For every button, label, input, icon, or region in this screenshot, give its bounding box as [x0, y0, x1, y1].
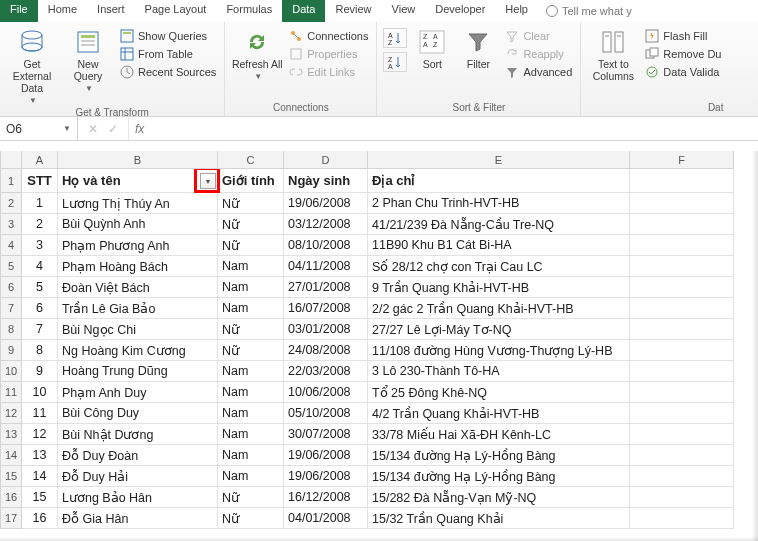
cell[interactable] [630, 319, 734, 340]
row-header[interactable]: 5 [0, 256, 22, 277]
cell-dia-chi[interactable]: Tổ 25 Đông Khê-NQ [368, 382, 630, 403]
cell-stt[interactable]: 9 [22, 361, 58, 382]
edit-links-button[interactable]: Edit Links [287, 64, 370, 80]
cell-ho-ten[interactable]: Bùi Nhật Dương [58, 424, 218, 445]
cell[interactable] [630, 235, 734, 256]
cell-ho-ten[interactable]: Đỗ Gia Hân [58, 508, 218, 529]
header-ngay-sinh[interactable]: Ngày sinh [284, 169, 368, 193]
cell-stt[interactable]: 3 [22, 235, 58, 256]
row-header[interactable]: 14 [0, 445, 22, 466]
tab-developer[interactable]: Developer [425, 0, 495, 22]
cell-dia-chi[interactable]: 41/21/239 Đà Nẵng-Cầu Tre-NQ [368, 214, 630, 235]
cell-dia-chi[interactable]: 2/2 gác 2 Trần Quang Khải-HVT-HB [368, 298, 630, 319]
cell-gioi-tinh[interactable]: Nam [218, 382, 284, 403]
header-dia-chi[interactable]: Địa chỉ [368, 169, 630, 193]
recent-sources-button[interactable]: Recent Sources [118, 64, 218, 80]
cell-gioi-tinh[interactable]: Nữ [218, 214, 284, 235]
cell-stt[interactable]: 7 [22, 319, 58, 340]
cell-ho-ten[interactable]: Bùi Quỳnh Anh [58, 214, 218, 235]
row-header[interactable]: 8 [0, 319, 22, 340]
tab-help[interactable]: Help [495, 0, 538, 22]
cell-gioi-tinh[interactable]: Nữ [218, 235, 284, 256]
cell-ho-ten[interactable]: Lương Thị Thúy An [58, 193, 218, 214]
cell-stt[interactable]: 13 [22, 445, 58, 466]
cell-ngay-sinh[interactable]: 27/01/2008 [284, 277, 368, 298]
remove-duplicates-button[interactable]: Remove Du [643, 46, 723, 62]
tab-insert[interactable]: Insert [87, 0, 135, 22]
grid[interactable]: STTHọ và tênGiới tínhNgày sinhĐịa chỉ1Lư… [22, 169, 758, 529]
from-table-button[interactable]: From Table [118, 46, 218, 62]
fx-label[interactable]: fx [129, 117, 150, 140]
cell-stt[interactable]: 11 [22, 403, 58, 424]
cell[interactable] [630, 169, 734, 193]
cell-dia-chi[interactable]: 33/78 Miếu Hai Xã-ĐH Kênh-LC [368, 424, 630, 445]
cell-ngay-sinh[interactable]: 16/12/2008 [284, 487, 368, 508]
cell-ngay-sinh[interactable]: 19/06/2008 [284, 193, 368, 214]
cell-dia-chi[interactable]: 4/2 Trần Quang Khải-HVT-HB [368, 403, 630, 424]
cell-stt[interactable]: 10 [22, 382, 58, 403]
row-header[interactable]: 2 [0, 193, 22, 214]
new-query-button[interactable]: New Query ▼ [62, 24, 114, 93]
flash-fill-button[interactable]: Flash Fill [643, 28, 723, 44]
cell-ngay-sinh[interactable]: 30/07/2008 [284, 424, 368, 445]
cell-stt[interactable]: 15 [22, 487, 58, 508]
cell-gioi-tinh[interactable]: Nữ [218, 319, 284, 340]
cell-gioi-tinh[interactable]: Nữ [218, 487, 284, 508]
cell-ngay-sinh[interactable]: 03/12/2008 [284, 214, 368, 235]
cell-stt[interactable]: 12 [22, 424, 58, 445]
cell[interactable] [630, 382, 734, 403]
column-header[interactable]: F [630, 151, 734, 169]
cell-gioi-tinh[interactable]: Nam [218, 424, 284, 445]
column-header[interactable]: A [22, 151, 58, 169]
cell-ngay-sinh[interactable]: 19/06/2008 [284, 466, 368, 487]
cell-gioi-tinh[interactable]: Nữ [218, 193, 284, 214]
column-header[interactable]: B [58, 151, 218, 169]
connections-button[interactable]: Connections [287, 28, 370, 44]
reapply-button[interactable]: Reapply [503, 46, 574, 62]
sort-button[interactable]: ZAAZ Sort [411, 24, 453, 70]
row-header[interactable]: 3 [0, 214, 22, 235]
cell-ngay-sinh[interactable]: 05/10/2008 [284, 403, 368, 424]
cell-gioi-tinh[interactable]: Nam [218, 256, 284, 277]
header-gioi-tinh[interactable]: Giới tính [218, 169, 284, 193]
tab-view[interactable]: View [382, 0, 426, 22]
cell[interactable] [630, 466, 734, 487]
row-header[interactable]: 11 [0, 382, 22, 403]
cell-ngay-sinh[interactable]: 08/10/2008 [284, 235, 368, 256]
cell[interactable] [630, 403, 734, 424]
row-header[interactable]: 12 [0, 403, 22, 424]
cell-dia-chi[interactable]: 27/27 Lê Lợi-Máy Tơ-NQ [368, 319, 630, 340]
cell-gioi-tinh[interactable]: Nam [218, 277, 284, 298]
cell-gioi-tinh[interactable]: Nam [218, 403, 284, 424]
cell-gioi-tinh[interactable]: Nam [218, 445, 284, 466]
cell-stt[interactable]: 16 [22, 508, 58, 529]
row-header[interactable]: 7 [0, 298, 22, 319]
refresh-all-button[interactable]: Refresh All ▼ [231, 24, 283, 81]
cell-ho-ten[interactable]: Lương Bảo Hân [58, 487, 218, 508]
tab-file[interactable]: File [0, 0, 38, 22]
cell-dia-chi[interactable]: 15/134 đường Hạ Lý-Hồng Bàng [368, 466, 630, 487]
row-header[interactable]: 1 [0, 169, 22, 193]
row-header[interactable]: 9 [0, 340, 22, 361]
cell-ngay-sinh[interactable]: 03/01/2008 [284, 319, 368, 340]
cell-gioi-tinh[interactable]: Nam [218, 466, 284, 487]
cell-ho-ten[interactable]: Trần Lê Gia Bảo [58, 298, 218, 319]
row-header[interactable]: 15 [0, 466, 22, 487]
show-queries-button[interactable]: Show Queries [118, 28, 218, 44]
cell-ho-ten[interactable]: Phạm Hoàng Bách [58, 256, 218, 277]
cell-ngay-sinh[interactable]: 16/07/2008 [284, 298, 368, 319]
cell-dia-chi[interactable]: 3 Lô 230-Thành Tô-HA [368, 361, 630, 382]
cell-ho-ten[interactable]: Ng Hoàng Kim Cương [58, 340, 218, 361]
cell[interactable] [630, 214, 734, 235]
enter-icon[interactable]: ✓ [108, 122, 118, 136]
cell-ho-ten[interactable]: Bùi Ngọc Chi [58, 319, 218, 340]
cell-stt[interactable]: 2 [22, 214, 58, 235]
cell-dia-chi[interactable]: 2 Phan Chu Trinh-HVT-HB [368, 193, 630, 214]
cell-ho-ten[interactable]: Đoàn Việt Bách [58, 277, 218, 298]
cell[interactable] [630, 256, 734, 277]
row-header[interactable]: 17 [0, 508, 22, 529]
cell[interactable] [630, 277, 734, 298]
cell-dia-chi[interactable]: 15/134 đường Hạ Lý-Hồng Bàng [368, 445, 630, 466]
cell-dia-chi[interactable]: 9 Trần Quang Khải-HVT-HB [368, 277, 630, 298]
cell[interactable] [630, 361, 734, 382]
